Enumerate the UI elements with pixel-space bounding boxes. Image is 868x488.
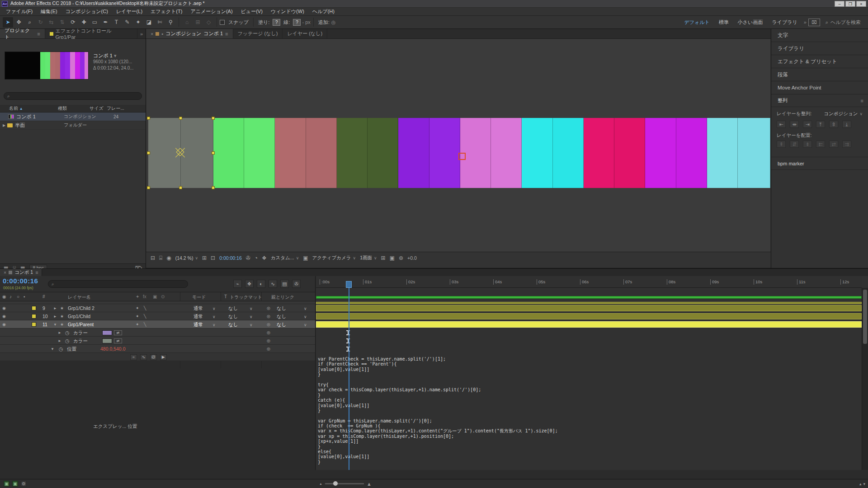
tab-composition[interactable]: × ▪ コンポジション コンポ 1 ≡ [146,29,233,38]
region-of-interest-icon[interactable]: ⊡ [211,255,215,261]
property-row-position[interactable]: ▼ ◷ 位置 480.0,540.0 ◎ [0,345,315,353]
menu-item[interactable]: ヘルプ(H) [308,8,339,15]
layer-row[interactable]: ◉ 10 ► ★ Grp1/Child ✦ ╲ 通常 ∨ なし ∨ ◎ なし ∨ [0,312,315,320]
layer-color-bar[interactable] [337,118,368,188]
distribute-top-icon[interactable]: ⇞ [777,141,786,148]
layer-color-bar[interactable] [491,118,522,188]
zoom-in-mountain-icon[interactable]: ▲ [367,481,372,487]
menu-item[interactable]: 編集(E) [37,8,61,15]
close-button[interactable]: × [856,1,866,7]
keyboard-shortcuts-icon[interactable]: ⌧ [808,19,820,26]
expand-arrow-icon[interactable]: ► [53,306,57,310]
network-status-icon[interactable]: ▣ [12,481,18,487]
timeline-vertical-scrollbar[interactable] [862,288,868,470]
parent-pick-whip-icon[interactable]: ◎ [267,338,270,343]
resolution-dropdown[interactable]: カスタム...∨ [271,255,299,261]
align-center-horizontal-icon[interactable]: ⇹ [790,121,799,128]
expand-arrow-icon[interactable]: ▶ [0,123,5,127]
panel-menu-icon[interactable]: ≡ [225,31,228,37]
menu-item[interactable]: レイヤー(L) [112,8,146,15]
quality-switch-icon[interactable]: ✦ [136,306,139,310]
effect-switch-icon[interactable]: ╲ [144,322,146,327]
panel-menu-icon[interactable]: ≡ [861,98,863,103]
sidebar-panel-tab[interactable]: Move Anchor Point [771,81,868,94]
quality-switch-icon[interactable]: ✦ [136,322,139,327]
sidebar-panel-tab[interactable]: 段落 [771,68,868,81]
current-time-indicator-head[interactable] [346,281,352,288]
property-name[interactable]: 位置 [67,346,76,352]
eye-icon[interactable]: ◉ [2,322,6,327]
property-row-color-1[interactable]: ► ◷ カラー ⇄ ◎ [0,328,315,337]
track-matte-dropdown[interactable]: なし [228,314,238,320]
transparency-grid-icon[interactable]: ▣ [390,255,395,261]
column-size[interactable]: サイズ [90,105,107,112]
stopwatch-icon[interactable]: ◷ [65,330,70,336]
graph-editor-icon[interactable]: ∿ [269,280,277,288]
stroke-color-swatch[interactable]: ? [293,19,301,26]
distribute-bottom-icon[interactable]: ⇟ [803,141,812,148]
eraser-tool-icon[interactable]: ◪ [144,17,154,28]
menu-item[interactable]: ファイル(F) [2,8,37,15]
project-item-comp[interactable]: コンポ 1 コンポジション 24 [0,113,146,121]
local-axis-mode-icon[interactable]: ⌂ [182,17,192,28]
blend-mode-dropdown[interactable]: 通常 [193,314,203,320]
pen-tool-icon[interactable]: ✒ [100,17,111,28]
track-z-camera-tool-icon[interactable]: ⇅ [57,17,67,28]
orbit-camera-tool-icon[interactable]: ↻ [35,17,46,28]
zoom-slider-thumb[interactable] [333,481,338,486]
magnification-dropdown[interactable]: (14.2 %)∨ [175,255,198,261]
distribute-left-icon[interactable]: ⇇ [816,141,825,148]
align-center-vertical-icon[interactable]: ⇳ [829,121,838,128]
tab-footage[interactable]: フッテージ (なし) [233,29,283,38]
distribute-right-icon[interactable]: ⇉ [842,141,851,148]
layer-color-bar[interactable] [429,118,460,188]
sidebar-panel-tab[interactable]: 文字 [771,29,868,42]
layer-color-bar[interactable] [306,118,337,188]
draft-3d-icon[interactable]: ▤ [280,280,289,288]
column-track-matte[interactable]: トラックマット [230,294,262,300]
roto-brush-tool-icon[interactable]: ✄ [155,17,165,28]
scroll-down-icon[interactable]: ▾ [863,482,865,486]
clone-stamp-tool-icon[interactable]: ✦ [133,17,143,28]
comp-info-name[interactable]: コンポ 1 [93,53,113,58]
layer-row-selected[interactable]: ◉ 11 ▼ ★ Grp1/Parent ✦ ╲ 通常 ∨ なし ∨ ◎ なし … [0,320,315,328]
layer-color-bar[interactable] [553,118,584,188]
current-time-indicator[interactable] [349,288,349,470]
column-type[interactable]: 種類 [58,105,90,112]
choose-grid-icon[interactable]: ⊞ [202,255,207,261]
layer-color-bar[interactable] [584,118,614,188]
menu-item[interactable]: エフェクト(T) [146,8,186,15]
add-shape-icon[interactable]: ◎ [331,19,336,25]
always-preview-icon[interactable]: ⌸ [159,255,162,261]
tab-effect-controls[interactable]: エフェクトコントロール Grp1/Par [45,29,137,38]
position-value[interactable]: 480.0,540.0 [100,346,125,352]
menu-item[interactable]: コンポジション(C) [61,8,112,15]
distribute-vcenter-icon[interactable]: ⇵ [790,141,799,148]
panel-menu-icon[interactable]: ≡ [37,31,40,37]
show-channels-icon[interactable]: ◉ [166,255,171,261]
minimize-button[interactable]: – [835,1,844,7]
selection-tool-icon[interactable]: ➤ [3,17,13,28]
snap-checkbox[interactable] [220,20,225,25]
blend-mode-dropdown[interactable]: 通常 [193,305,203,312]
zoom-out-mountain-icon[interactable]: ▲ [319,482,322,485]
workspace-overflow-icon[interactable]: » [804,19,807,25]
stroke-width-value[interactable]: - px [302,19,310,25]
layer-duration-bar[interactable] [316,302,862,304]
property-name[interactable]: カラー [73,330,88,336]
align-panel-header[interactable]: 整列 ≡ [771,94,868,107]
keyframe-nav-icon[interactable]: ⇄ [114,330,122,335]
type-tool-icon[interactable]: T [111,17,122,28]
parent-dropdown[interactable]: なし [277,322,287,328]
parent-pick-whip-icon[interactable]: ◎ [267,314,270,319]
exposure-icon[interactable]: ⊚ [399,255,403,261]
render-status-icon[interactable]: ▣ [4,481,9,487]
layer-duration-bar[interactable] [316,305,862,311]
layer-color-bar[interactable] [645,118,676,188]
layer-color-bar[interactable] [707,118,738,188]
layer-color-bar[interactable] [522,118,553,188]
parent-dropdown[interactable]: なし [277,305,287,312]
workspace-tab[interactable]: 標準 [714,19,733,26]
show-snapshot-icon[interactable]: ◔ [255,255,258,261]
eye-icon[interactable]: ◉ [2,306,6,310]
